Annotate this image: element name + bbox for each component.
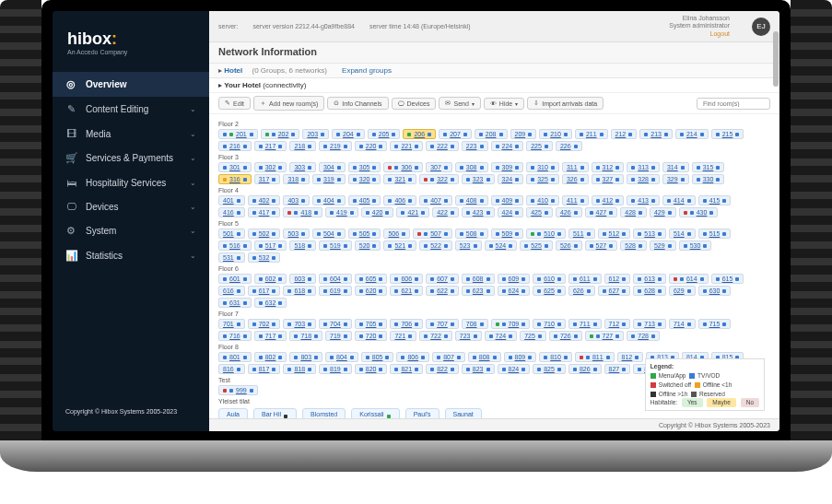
room-cell[interactable]: 702 <box>248 319 281 329</box>
room-cell[interactable]: 421 <box>396 207 429 217</box>
nav-item-devices[interactable]: 🖵Devices⌄ <box>53 194 209 218</box>
room-cell[interactable]: 823 <box>462 364 495 374</box>
room-cell[interactable]: 217 <box>254 141 287 151</box>
nav-item-hospitality-services[interactable]: 🛏Hospitality Services⌄ <box>53 170 209 194</box>
hide-button[interactable]: 👁Hide▾ <box>484 98 524 110</box>
room-cell[interactable]: 324 <box>498 174 524 184</box>
nav-item-services-payments[interactable]: 🛒Services & Payments⌄ <box>53 146 209 170</box>
room-cell[interactable]: 210 <box>539 129 572 139</box>
room-cell[interactable]: 725 <box>520 331 546 341</box>
room-cell[interactable]: 722 <box>419 331 452 341</box>
room-cell[interactable]: 612 <box>604 274 631 284</box>
room-cell[interactable]: 532 <box>248 252 281 263</box>
room-cell[interactable]: 504 <box>312 229 346 239</box>
room-cell[interactable]: 417 <box>248 207 281 217</box>
room-cell[interactable]: 624 <box>498 286 531 296</box>
room-cell[interactable]: 506 <box>383 229 410 239</box>
room-cell[interactable]: 703 <box>283 319 316 329</box>
room-cell[interactable]: 821 <box>390 364 423 374</box>
room-cell[interactable]: 513 <box>633 229 666 239</box>
room-cell[interactable]: 428 <box>620 207 647 217</box>
room-cell[interactable]: 308 <box>455 162 488 172</box>
room-cell[interactable]: 806 <box>396 352 429 362</box>
room-cell[interactable]: 215 <box>711 129 744 139</box>
info-channels-button[interactable]: ⊙Info Channels <box>327 97 388 110</box>
room-cell[interactable]: 322 <box>419 174 459 184</box>
room-cell[interactable]: 632 <box>254 298 287 308</box>
room-cell[interactable]: 607 <box>426 274 459 284</box>
room-cell[interactable]: 809 <box>504 352 537 362</box>
room-cell[interactable]: 517 <box>254 240 287 251</box>
room-cell[interactable]: 201 <box>218 129 258 139</box>
room-cell[interactable]: 412 <box>592 195 625 205</box>
room-cell[interactable]: 706 <box>390 319 423 329</box>
room-cell[interactable]: 614 <box>669 274 709 284</box>
room-cell[interactable]: 613 <box>633 274 666 284</box>
room-cell[interactable]: 312 <box>592 162 625 172</box>
room-cell[interactable]: 520 <box>355 240 381 251</box>
room-cell[interactable]: 409 <box>491 195 524 205</box>
room-cell[interactable]: 827 <box>604 364 631 374</box>
nav-item-overview[interactable]: ◎Overview <box>53 72 209 97</box>
room-cell[interactable]: 718 <box>289 331 322 341</box>
room-cell[interactable]: 618 <box>283 286 316 296</box>
room-cell[interactable]: 630 <box>698 286 732 296</box>
room-cell[interactable]: 616 <box>218 286 245 296</box>
room-cell[interactable]: 425 <box>526 207 553 217</box>
room-cell[interactable]: 825 <box>533 364 566 374</box>
room-cell[interactable]: 522 <box>419 240 452 251</box>
room-cell[interactable]: 509 <box>491 229 524 239</box>
import-arrivals-button[interactable]: ⇩Import arrivals data <box>527 97 603 110</box>
room-cell[interactable]: 608 <box>462 274 495 284</box>
room-cell[interactable]: 819 <box>319 364 352 374</box>
room-cell[interactable]: 525 <box>520 240 553 251</box>
room-cell[interactable]: 804 <box>325 352 358 362</box>
room-cell[interactable]: 326 <box>562 174 589 184</box>
room-cell[interactable]: 316 <box>218 174 252 184</box>
room-cell[interactable]: 329 <box>662 174 689 184</box>
room-cell[interactable]: 621 <box>390 286 423 296</box>
search-rooms-input[interactable] <box>697 98 770 110</box>
room-cell[interactable]: 625 <box>533 286 566 296</box>
room-cell[interactable]: 501 <box>218 229 245 239</box>
room-cell[interactable]: 403 <box>283 195 310 205</box>
room-cell[interactable]: 212 <box>611 129 638 139</box>
room-cell[interactable]: 816 <box>218 364 245 374</box>
room-cell[interactable]: 609 <box>498 274 531 284</box>
room-cell[interactable]: 724 <box>485 331 518 341</box>
room-cell[interactable]: 406 <box>383 195 416 205</box>
room-cell[interactable]: 419 <box>325 207 358 217</box>
room-cell[interactable]: 427 <box>585 207 618 217</box>
room-cell[interactable]: 310 <box>526 162 559 172</box>
room-cell[interactable]: 626 <box>568 286 595 296</box>
room-cell[interactable]: 216 <box>218 141 252 151</box>
room-cell[interactable]: 701 <box>218 319 245 329</box>
room-cell[interactable]: 321 <box>383 174 416 184</box>
room-cell[interactable]: 527 <box>585 240 618 251</box>
room-cell[interactable]: 801 <box>218 352 252 362</box>
room-cell[interactable]: 512 <box>598 229 631 239</box>
room-cell[interactable]: 714 <box>669 319 696 329</box>
room-cell[interactable]: 611 <box>568 274 602 284</box>
room-cell[interactable]: 422 <box>432 207 459 217</box>
room-cell[interactable]: 820 <box>355 364 388 374</box>
room-cell[interactable]: 518 <box>289 240 316 251</box>
room-cell[interactable]: 413 <box>627 195 660 205</box>
room-cell[interactable]: 811 <box>575 352 615 362</box>
room-cell[interactable]: 214 <box>675 129 709 139</box>
room-cell[interactable]: 327 <box>592 174 625 184</box>
room-cell[interactable]: 423 <box>462 207 495 217</box>
room-cell[interactable]: 711 <box>568 319 602 329</box>
room-cell[interactable]: 225 <box>526 141 553 151</box>
room-cell[interactable]: 320 <box>348 174 381 184</box>
devices-button[interactable]: 🖵Devices <box>392 98 437 110</box>
room-cell[interactable]: 205 <box>368 129 401 139</box>
room-cell[interactable]: 305 <box>348 162 381 172</box>
room-cell[interactable]: 524 <box>485 240 518 251</box>
room-cell[interactable]: 309 <box>491 162 524 172</box>
expand-groups-link[interactable]: Expand groups <box>342 66 392 75</box>
room-cell[interactable]: 628 <box>633 286 666 296</box>
room-cell[interactable]: 603 <box>289 274 316 284</box>
room-cell[interactable]: 503 <box>283 229 310 239</box>
room-cell[interactable]: 514 <box>669 229 696 239</box>
